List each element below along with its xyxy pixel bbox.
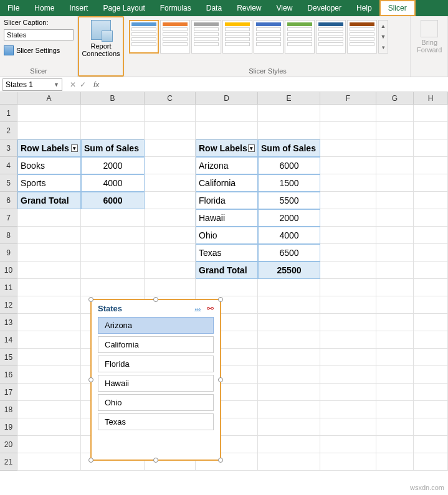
cell[interactable] xyxy=(145,122,196,139)
cell[interactable] xyxy=(81,262,145,279)
cell[interactable]: Texas xyxy=(196,244,258,262)
resize-handle-ne[interactable] xyxy=(218,297,223,302)
cell[interactable] xyxy=(320,157,376,174)
col-header-G[interactable]: G xyxy=(376,92,414,105)
cell[interactable] xyxy=(145,244,196,262)
cell[interactable]: 4000 xyxy=(258,227,320,244)
cell[interactable]: 4000 xyxy=(81,174,145,192)
col-header-C[interactable]: C xyxy=(145,92,196,105)
cell[interactable] xyxy=(320,418,376,436)
cell[interactable] xyxy=(414,174,448,192)
cell[interactable] xyxy=(414,366,448,384)
col-header-E[interactable]: E xyxy=(258,92,320,105)
tab-home[interactable]: Home xyxy=(27,0,62,16)
row-header-6[interactable]: 6 xyxy=(0,192,17,209)
resize-handle-se[interactable] xyxy=(218,458,223,463)
cell[interactable]: 6500 xyxy=(258,244,320,262)
row-header-2[interactable]: 2 xyxy=(0,122,17,139)
cell[interactable] xyxy=(376,296,414,314)
cell[interactable] xyxy=(376,349,414,366)
cell[interactable] xyxy=(145,227,196,244)
style-thumb-3[interactable] xyxy=(191,20,221,54)
cell[interactable] xyxy=(258,314,320,331)
cell[interactable] xyxy=(145,192,196,209)
cell[interactable] xyxy=(414,244,448,262)
slicer-item[interactable]: Hawaii xyxy=(98,375,214,392)
tab-file[interactable]: File xyxy=(0,0,27,16)
cell[interactable] xyxy=(414,105,448,122)
tab-developer[interactable]: Developer xyxy=(300,0,349,16)
cell[interactable] xyxy=(81,227,145,244)
filter-dropdown-icon[interactable]: ▾ xyxy=(248,144,255,152)
cell[interactable] xyxy=(145,279,196,296)
cell[interactable] xyxy=(414,418,448,436)
cell[interactable] xyxy=(376,174,414,192)
cell[interactable] xyxy=(17,244,81,262)
cell[interactable] xyxy=(376,139,414,157)
cell[interactable] xyxy=(81,209,145,227)
formula-cancel-icon[interactable]: ✕ xyxy=(70,80,76,89)
cell[interactable] xyxy=(17,418,81,436)
cell[interactable] xyxy=(320,105,376,122)
cell[interactable] xyxy=(376,453,414,471)
cell[interactable]: 2000 xyxy=(258,209,320,227)
cell[interactable] xyxy=(320,349,376,366)
cell[interactable] xyxy=(414,262,448,279)
row-header-12[interactable]: 12 xyxy=(0,296,17,314)
cell[interactable] xyxy=(376,436,414,453)
cell[interactable] xyxy=(145,105,196,122)
cell[interactable] xyxy=(320,122,376,139)
cell[interactable] xyxy=(258,418,320,436)
report-connections-button[interactable]: Report Connections xyxy=(78,16,124,77)
slicer-item[interactable]: Ohio xyxy=(98,394,214,411)
row-header-7[interactable]: 7 xyxy=(0,209,17,227)
cell[interactable] xyxy=(376,366,414,384)
row-header-18[interactable]: 18 xyxy=(0,401,17,418)
resize-handle-s[interactable] xyxy=(153,458,158,463)
cell[interactable] xyxy=(258,122,320,139)
cell[interactable]: Books xyxy=(17,157,81,174)
cell[interactable] xyxy=(414,279,448,296)
cell[interactable] xyxy=(320,192,376,209)
cell[interactable]: 2000 xyxy=(81,157,145,174)
filter-dropdown-icon[interactable]: ▾ xyxy=(71,144,78,152)
cell[interactable] xyxy=(414,349,448,366)
row-header-1[interactable]: 1 xyxy=(0,105,17,122)
cell[interactable] xyxy=(17,401,81,418)
col-header-H[interactable]: H xyxy=(414,92,448,105)
row-header-14[interactable]: 14 xyxy=(0,331,17,349)
cell[interactable] xyxy=(17,384,81,401)
style-thumb-7[interactable] xyxy=(316,20,346,54)
cell[interactable] xyxy=(17,122,81,139)
row-header-19[interactable]: 19 xyxy=(0,418,17,436)
cell[interactable] xyxy=(376,262,414,279)
cell[interactable] xyxy=(81,244,145,262)
col-header-A[interactable]: A xyxy=(17,92,81,105)
cell[interactable] xyxy=(376,157,414,174)
cell[interactable]: Sum of Sales xyxy=(81,139,145,157)
tab-review[interactable]: Review xyxy=(229,0,269,16)
cell[interactable] xyxy=(17,209,81,227)
col-header-F[interactable]: F xyxy=(320,92,376,105)
cell[interactable] xyxy=(258,453,320,471)
cell[interactable] xyxy=(17,279,81,296)
cell[interactable] xyxy=(320,401,376,418)
cell[interactable] xyxy=(258,279,320,296)
cell[interactable] xyxy=(320,453,376,471)
col-header-B[interactable]: B xyxy=(81,92,145,105)
cell[interactable] xyxy=(376,314,414,331)
cell[interactable] xyxy=(196,122,258,139)
fx-icon[interactable]: fx xyxy=(90,80,103,89)
cell[interactable]: 1500 xyxy=(258,174,320,192)
cell[interactable] xyxy=(320,139,376,157)
cell[interactable] xyxy=(414,209,448,227)
cell[interactable] xyxy=(81,105,145,122)
cell[interactable] xyxy=(320,296,376,314)
name-box-dropdown-icon[interactable]: ▼ xyxy=(54,82,59,88)
row-header-16[interactable]: 16 xyxy=(0,366,17,384)
cell[interactable] xyxy=(258,436,320,453)
cell[interactable] xyxy=(258,105,320,122)
cell[interactable] xyxy=(414,227,448,244)
tab-formulas[interactable]: Formulas xyxy=(153,0,199,16)
cell[interactable]: California xyxy=(196,174,258,192)
